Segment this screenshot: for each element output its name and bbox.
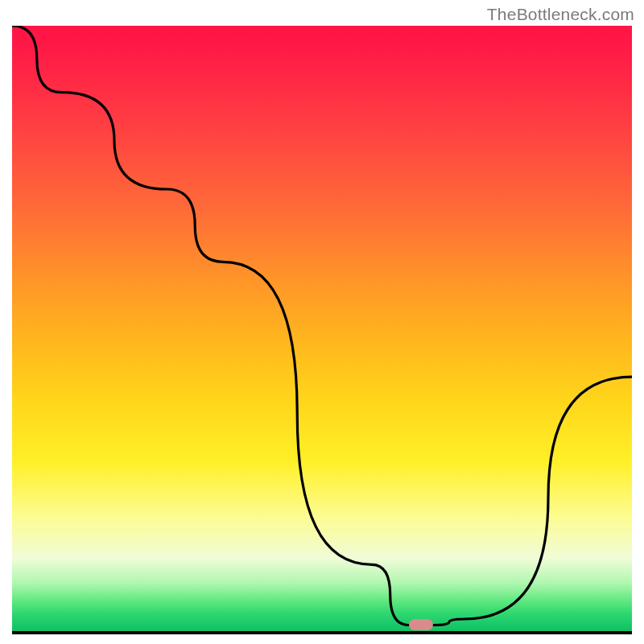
optimal-marker	[409, 619, 433, 630]
curve-svg	[12, 26, 632, 631]
plot-area	[12, 26, 632, 634]
chart-container: TheBottleneck.com	[0, 0, 644, 644]
bottleneck-curve-path	[12, 26, 632, 625]
watermark-text: TheBottleneck.com	[487, 5, 634, 24]
